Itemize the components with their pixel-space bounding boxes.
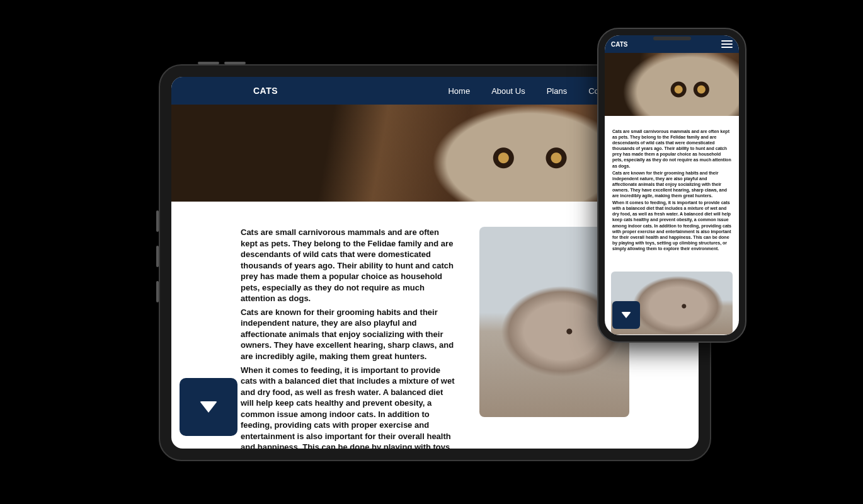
tablet-physical-buttons-top [198,62,246,64]
expand-button[interactable] [612,301,640,329]
expand-button[interactable] [180,378,237,436]
site-logo[interactable]: CATS [253,86,278,96]
article-paragraph: When it comes to feeding, it is importan… [241,365,458,449]
nav-link-home[interactable]: Home [448,86,470,96]
chevron-down-icon [621,312,631,318]
phone-screen: CATS Cats are small carnivorous mammals … [605,35,739,335]
nav-link-about[interactable]: About Us [491,86,525,96]
article-paragraph: Cats are known for their grooming habits… [241,307,458,362]
tablet-physical-buttons-left [156,210,159,302]
nav-link-plans[interactable]: Plans [547,86,568,96]
article-body: Cats are small carnivorous mammals and a… [241,227,458,449]
article-paragraph: Cats are small carnivorous mammals and a… [612,129,731,169]
chevron-down-icon [200,401,217,413]
site-logo[interactable]: CATS [611,41,627,48]
hero-image [605,53,739,116]
phone-notch [653,37,691,40]
article-body: Cats are small carnivorous mammals and a… [605,116,739,259]
phone-device-frame: CATS Cats are small carnivorous mammals … [597,28,746,343]
hamburger-menu-icon[interactable] [721,40,733,48]
article-paragraph: Cats are known for their grooming habits… [612,170,731,198]
article-paragraph: Cats are small carnivorous mammals and a… [241,227,458,304]
article-paragraph: When it comes to feeding, it is importan… [612,200,731,251]
primary-nav: Home About Us Plans Contact [448,86,617,96]
